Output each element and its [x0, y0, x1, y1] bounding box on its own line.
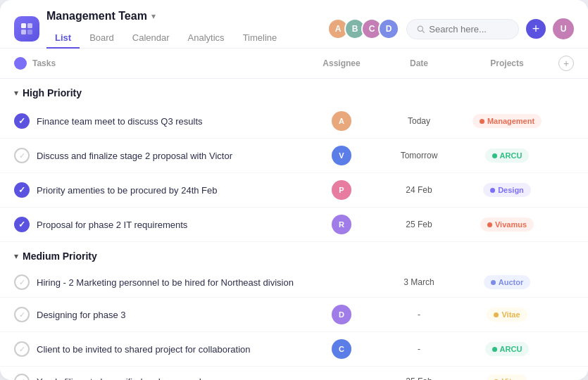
task-checkbox[interactable]: [14, 274, 30, 290]
task-assignee: D: [306, 305, 377, 324]
project-badge[interactable]: Vitae: [487, 308, 527, 322]
task-date: -: [377, 310, 461, 319]
task-project: ARCU: [461, 148, 553, 163]
search-icon: [417, 25, 425, 34]
task-left: Discuss and finalize stage 2 proposal wi…: [14, 148, 306, 163]
tab-board[interactable]: Board: [81, 28, 123, 49]
header: Management Team ▾ List Board Calendar An…: [0, 0, 588, 49]
tasks-indicator: [14, 57, 27, 70]
avatar-stack: A B C D: [327, 18, 399, 39]
add-button[interactable]: +: [526, 19, 546, 39]
tab-timeline[interactable]: Timeline: [234, 28, 286, 49]
task-checkbox[interactable]: [14, 307, 30, 322]
task-project: Vivamus: [461, 217, 553, 232]
project-badge[interactable]: Auctor: [484, 275, 530, 289]
task-date: 25 Feb: [377, 220, 461, 229]
badge-dot: [491, 280, 496, 285]
assignee-avatar: R: [332, 215, 351, 234]
badge-dot: [480, 119, 484, 124]
task-checkbox[interactable]: [14, 113, 30, 129]
task-name: Yearly filings to be verified and approv…: [37, 376, 201, 381]
task-date: -: [377, 344, 461, 354]
high-priority-section: ▾ High Priority Finance team meet to dis…: [0, 79, 588, 242]
assignee-avatar: A: [332, 111, 351, 131]
app-container: Management Team ▾ List Board Calendar An…: [0, 0, 588, 380]
high-priority-label: High Priority: [23, 87, 82, 99]
project-badge[interactable]: Vivamus: [480, 217, 534, 232]
task-row: Client to be invited to shared project f…: [0, 332, 588, 367]
task-name: Client to be invited to shared project f…: [37, 344, 251, 355]
tasks-column-header: Tasks: [14, 57, 306, 70]
task-project: ARCU: [461, 342, 553, 356]
search-input[interactable]: [429, 24, 508, 34]
header-title-row: Management Team ▾: [46, 10, 285, 23]
tab-list[interactable]: List: [46, 28, 80, 49]
task-date: 25 Feb: [377, 376, 461, 380]
collapse-icon: ▾: [14, 251, 18, 261]
assignee-avatar: P: [332, 180, 351, 200]
project-badge[interactable]: Design: [483, 183, 531, 197]
svg-rect-3: [27, 30, 32, 34]
project-badge[interactable]: Vitae: [487, 374, 527, 380]
task-checkbox[interactable]: [14, 217, 30, 232]
add-column-button[interactable]: +: [558, 56, 574, 71]
task-assignee: P: [306, 180, 377, 200]
project-badge[interactable]: ARCU: [485, 148, 530, 163]
header-right: A B C D + U: [327, 18, 574, 39]
task-assignee: R: [306, 215, 377, 234]
task-project: Vitae: [461, 374, 553, 380]
search-bar[interactable]: [406, 19, 519, 39]
medium-priority-label: Medium Priority: [23, 251, 97, 262]
task-checkbox[interactable]: [14, 182, 30, 198]
task-row: Finance team meet to discuss Q3 results …: [0, 104, 588, 139]
task-assignee: C: [306, 339, 377, 359]
table-header: Tasks Assignee Date Projects +: [0, 49, 588, 79]
medium-priority-header[interactable]: ▾ Medium Priority: [0, 242, 588, 267]
tab-calendar[interactable]: Calendar: [124, 28, 178, 49]
task-name: Designing for phase 3: [37, 310, 125, 320]
task-name: Priority amenties to be procured by 24th…: [37, 185, 218, 196]
nav-tabs: List Board Calendar Analytics Timeline: [46, 28, 285, 48]
badge-dot: [492, 153, 497, 158]
task-date: Tomorrow: [377, 151, 461, 160]
svg-rect-1: [27, 23, 32, 28]
workspace-title: Management Team: [46, 10, 147, 23]
project-badge[interactable]: ARCU: [485, 342, 530, 356]
user-avatar[interactable]: U: [553, 18, 574, 39]
task-assignee: V: [306, 146, 377, 165]
task-left: Client to be invited to shared project f…: [14, 341, 306, 357]
task-project: Design: [461, 183, 553, 197]
assignee-avatar: V: [332, 146, 351, 165]
task-date: Today: [377, 116, 461, 126]
table-area: Tasks Assignee Date Projects + ▾ High Pr…: [0, 49, 588, 380]
task-left: Proposal for phase 2 IT requirements: [14, 217, 306, 232]
task-left: Designing for phase 3: [14, 307, 306, 322]
tasks-label: Tasks: [32, 58, 56, 68]
task-name: Proposal for phase 2 IT requirements: [37, 220, 187, 230]
task-checkbox[interactable]: [14, 374, 30, 380]
collapse-icon: ▾: [14, 88, 18, 98]
badge-dot: [490, 188, 495, 193]
high-priority-header[interactable]: ▾ High Priority: [0, 79, 588, 104]
task-row: Priority amenties to be procured by 24th…: [0, 173, 588, 208]
badge-dot: [492, 347, 497, 352]
task-name: Discuss and finalize stage 2 proposal wi…: [37, 151, 232, 161]
task-checkbox[interactable]: [14, 341, 30, 357]
tab-analytics[interactable]: Analytics: [180, 28, 233, 49]
task-name: Finance team meet to discuss Q3 results: [37, 116, 203, 127]
assignee-column-header: Assignee: [306, 58, 377, 68]
task-project: Management: [461, 114, 553, 128]
task-checkbox[interactable]: [14, 148, 30, 163]
task-assignee: A: [306, 111, 377, 131]
chevron-down-icon[interactable]: ▾: [151, 11, 156, 21]
task-left: Finance team meet to discuss Q3 results: [14, 113, 306, 129]
assignee-avatar: C: [332, 339, 351, 359]
app-logo: [14, 16, 39, 42]
task-project: Auctor: [461, 275, 553, 289]
header-title-area: Management Team ▾ List Board Calendar An…: [46, 10, 285, 48]
task-date: 24 Feb: [377, 185, 461, 195]
project-badge[interactable]: Management: [473, 114, 542, 128]
date-column-header: Date: [377, 58, 461, 68]
svg-line-5: [423, 30, 425, 32]
task-row: Yearly filings to be verified and approv…: [0, 367, 588, 380]
